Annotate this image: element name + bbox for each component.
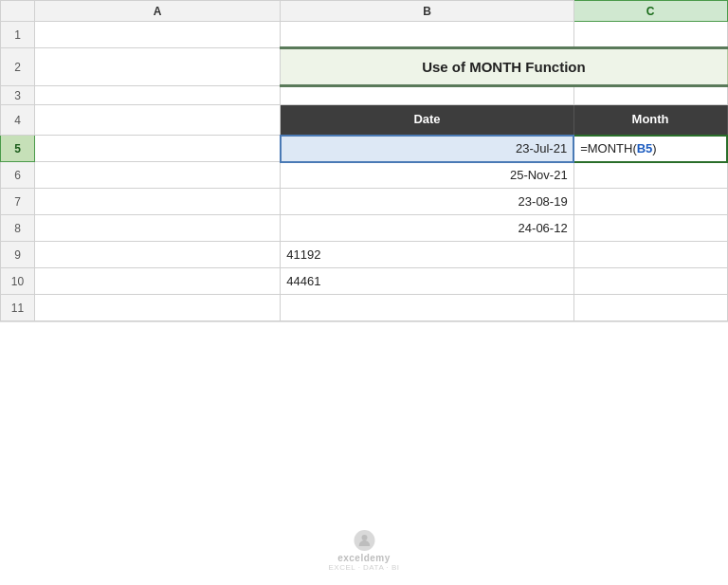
row-1: 1 bbox=[1, 22, 728, 48]
cell-c10[interactable] bbox=[573, 268, 727, 295]
cell-a7[interactable] bbox=[34, 189, 280, 215]
cell-a11[interactable] bbox=[34, 295, 280, 321]
cell-c6[interactable] bbox=[573, 162, 727, 189]
formula-close: ) bbox=[652, 141, 656, 155]
row-11: 11 bbox=[1, 295, 728, 321]
cell-a8[interactable] bbox=[34, 215, 280, 242]
row-6: 6 25-Nov-21 bbox=[1, 162, 728, 189]
cell-b8[interactable]: 24-06-12 bbox=[281, 215, 573, 242]
row-7: 7 23-08-19 bbox=[1, 189, 728, 215]
cell-b4-header: Date bbox=[281, 105, 573, 136]
watermark: exceldemy EXCEL · DATA · BI bbox=[328, 530, 399, 572]
cell-a5[interactable] bbox=[34, 136, 280, 162]
cell-b6[interactable]: 25-Nov-21 bbox=[281, 162, 573, 189]
cell-b3[interactable] bbox=[281, 86, 573, 105]
row-5: 5 23-Jul-21 =MONTH(B5) bbox=[1, 136, 728, 162]
svg-point-0 bbox=[361, 535, 367, 540]
cell-a6[interactable] bbox=[34, 162, 280, 189]
cell-b1[interactable] bbox=[281, 22, 573, 48]
cell-c3[interactable] bbox=[573, 86, 727, 105]
watermark-tagline: EXCEL · DATA · BI bbox=[328, 563, 399, 572]
watermark-brand: exceldemy bbox=[337, 553, 391, 563]
row-4: 4 Date Month bbox=[1, 105, 728, 136]
col-header-b[interactable]: B bbox=[281, 1, 573, 22]
cell-b10[interactable]: 44461 bbox=[281, 268, 573, 295]
row-num-8: 8 bbox=[1, 215, 35, 242]
row-num-11: 11 bbox=[1, 295, 35, 321]
formula-ref: B5 bbox=[637, 141, 653, 155]
corner-cell bbox=[1, 1, 35, 22]
spreadsheet: A B C 1 2 Use of MONTH Function 3 4 bbox=[0, 0, 728, 585]
cell-c5[interactable]: =MONTH(B5) bbox=[573, 136, 727, 162]
row-num-5: 5 bbox=[1, 136, 35, 162]
cell-c4-header: Month bbox=[573, 105, 727, 136]
watermark-icon bbox=[354, 530, 374, 551]
row-3: 3 bbox=[1, 86, 728, 105]
row-num-2: 2 bbox=[1, 48, 35, 86]
row-num-1: 1 bbox=[1, 22, 35, 48]
row-filler bbox=[1, 321, 728, 322]
column-header-row: A B C bbox=[1, 1, 728, 22]
cell-b5[interactable]: 23-Jul-21 bbox=[281, 136, 573, 162]
row-num-10: 10 bbox=[1, 268, 35, 295]
cell-b11[interactable] bbox=[281, 295, 573, 321]
row-9: 9 41192 bbox=[1, 242, 728, 268]
cell-c11[interactable] bbox=[573, 295, 727, 321]
cell-b9[interactable]: 41192 bbox=[281, 242, 573, 268]
row-8: 8 24-06-12 bbox=[1, 215, 728, 242]
row-num-9: 9 bbox=[1, 242, 35, 268]
row-10: 10 44461 bbox=[1, 268, 728, 295]
col-header-c[interactable]: C bbox=[573, 1, 727, 22]
row-num-3: 3 bbox=[1, 86, 35, 105]
formula-text: =MONTH( bbox=[580, 141, 637, 155]
cell-a9[interactable] bbox=[34, 242, 280, 268]
spreadsheet-grid: A B C 1 2 Use of MONTH Function 3 4 bbox=[0, 0, 728, 322]
cell-b7[interactable]: 23-08-19 bbox=[281, 189, 573, 215]
row-num-7: 7 bbox=[1, 189, 35, 215]
title-cell: Use of MONTH Function bbox=[281, 48, 727, 86]
cell-c8[interactable] bbox=[573, 215, 727, 242]
cell-a10[interactable] bbox=[34, 268, 280, 295]
row-num-4: 4 bbox=[1, 105, 35, 136]
cell-a4 bbox=[34, 105, 280, 136]
cell-c7[interactable] bbox=[573, 189, 727, 215]
cell-a1[interactable] bbox=[34, 22, 280, 48]
cell-c9[interactable] bbox=[573, 242, 727, 268]
row-2: 2 Use of MONTH Function bbox=[1, 48, 728, 86]
cell-c1[interactable] bbox=[573, 22, 727, 48]
row-num-6: 6 bbox=[1, 162, 35, 189]
cell-a3[interactable] bbox=[34, 86, 280, 105]
col-header-a[interactable]: A bbox=[34, 1, 280, 22]
person-icon bbox=[358, 534, 370, 547]
cell-a2 bbox=[34, 48, 280, 86]
